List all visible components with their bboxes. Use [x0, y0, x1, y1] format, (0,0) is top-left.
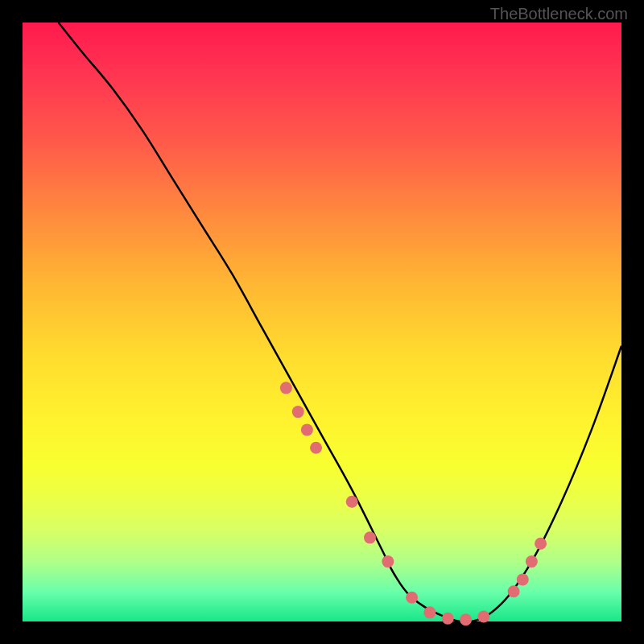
- chart-marker: [535, 538, 547, 550]
- chart-marker: [280, 382, 292, 394]
- chart-marker: [406, 592, 418, 604]
- chart-plot-area: [23, 23, 621, 621]
- chart-marker: [346, 496, 358, 508]
- chart-marker: [310, 442, 322, 454]
- chart-marker: [423, 606, 436, 618]
- chart-curve-layer: [23, 23, 621, 621]
- chart-marker: [508, 585, 520, 597]
- chart-marker: [382, 555, 394, 568]
- chart-marker: [301, 423, 313, 436]
- chart-marker: [526, 555, 538, 568]
- chart-marker: [477, 611, 489, 623]
- chart-markers: [280, 382, 547, 625]
- chart-marker: [460, 613, 472, 625]
- chart-marker: [517, 573, 529, 585]
- bottleneck-curve: [59, 23, 621, 622]
- watermark-text: TheBottleneck.com: [490, 5, 628, 23]
- chart-marker: [442, 613, 454, 625]
- chart-marker: [364, 531, 376, 543]
- chart-marker: [292, 406, 304, 418]
